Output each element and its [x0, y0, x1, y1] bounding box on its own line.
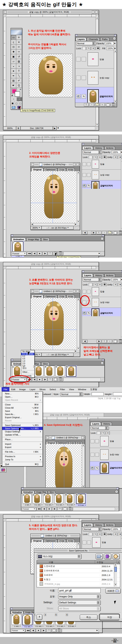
delay-option[interactable]: 2.0 [21, 362, 34, 365]
paint-toggle[interactable]: ✎ [82, 76, 86, 80]
tool-button-type[interactable]: T [16, 68, 22, 74]
visibility-toggle[interactable] [82, 162, 86, 166]
animation-frame[interactable]: 2 °° 0.1 sec. ▾ [22, 614, 33, 628]
window-titlebar[interactable]: 금발 copy @ 300% (금발머리여자, RGB) [3, 10, 98, 14]
unify-visibility-button[interactable]: ❖ [118, 532, 122, 536]
menu-item[interactable]: Output Settings ▸ [2, 430, 42, 433]
tab-actions[interactable]: Actions [104, 146, 115, 150]
tab-slice[interactable]: Slice [41, 362, 50, 366]
zoom-level[interactable]: 300% [4, 126, 16, 130]
height-field[interactable] [113, 392, 122, 396]
animation-frame[interactable]: 4 °° 1 sec. ▾ [44, 366, 55, 379]
tab-2up[interactable]: 2-Up [58, 168, 66, 171]
delay-option[interactable]: 1.0 [21, 360, 34, 362]
tab-animation[interactable]: Animation [11, 611, 24, 614]
tool-button-slice[interactable]: ✂ [16, 44, 22, 50]
animation-frame[interactable]: 2 °° 0.1 sec. ▾ [32, 494, 43, 506]
palette-grip[interactable] [75, 34, 116, 36]
blend-mode-select[interactable]: Normal [83, 278, 102, 282]
menu-item[interactable]: File Info… ⇧⌘K ▸ [2, 450, 42, 454]
lock-all-button[interactable] [102, 156, 106, 159]
menubar-item[interactable]: 도움말 [88, 387, 99, 392]
tool-button-zoom[interactable]: Q [16, 83, 22, 88]
layer-mask-button[interactable]: ○ [102, 231, 107, 234]
close-box-icon[interactable] [46, 436, 49, 439]
tween-button[interactable]: °°° [46, 629, 51, 632]
zoom-box-icon[interactable] [82, 436, 84, 439]
menu-item[interactable]: Place… ▸ [2, 438, 42, 441]
scroll-down-icon[interactable]: ▼ [114, 584, 117, 586]
windowshade-box-icon[interactable] [73, 290, 76, 292]
file-list-scrollbar[interactable]: ▲ ▼ [114, 564, 117, 586]
layer-row-눈썹-copy[interactable]: ✎ 눈썹 copy [90, 448, 122, 462]
menu-item[interactable]: Revert ▸ [2, 419, 42, 422]
menu-item[interactable]: Save ⌘S ▸ [2, 410, 42, 412]
animation-frame[interactable]: 3 °° 0.1 sec. ▾ [43, 494, 54, 506]
menu-item[interactable]: Preview In ▸ [2, 455, 42, 458]
tab-original[interactable]: Original [32, 294, 44, 298]
tool-button-notes[interactable]: ▤ [11, 78, 16, 83]
tab-paths[interactable]: Paths [100, 38, 110, 41]
layer-style-button[interactable]: f. [96, 231, 102, 234]
unify-position-button[interactable]: ✛ [114, 532, 118, 536]
opacity-field[interactable]: 100% [112, 278, 120, 281]
next-frame-button[interactable]: |▶ [96, 340, 102, 343]
tool-button-lasso[interactable]: ς [11, 40, 16, 44]
zoom-select[interactable]: 300%▼ [31, 226, 42, 230]
tween-button[interactable]: °°° [48, 252, 52, 256]
favorites-button[interactable]: ▾ [104, 554, 111, 559]
tool-button-path-select[interactable]: ➤ [11, 68, 16, 74]
lock-position-button[interactable]: ✛ [98, 156, 102, 159]
paint-toggle[interactable]: ✎ [87, 312, 90, 315]
status-menu-icon[interactable]: ▶ [53, 126, 56, 130]
horizontal-scrollbar[interactable]: ◀ [56, 126, 95, 130]
delay-option[interactable]: 0.2 [21, 355, 34, 358]
window-titlebar[interactable]: Untitled-1 @ 300%(Origi··· [30, 162, 80, 166]
tab-history[interactable]: History [94, 523, 104, 526]
zoom-box-icon[interactable] [76, 290, 79, 292]
fill-field[interactable]: 100% [106, 47, 114, 50]
paint-toggle[interactable]: ✎ [95, 453, 99, 456]
tween-button[interactable]: °°° [58, 507, 62, 511]
file-row-2-토마토토이즈[interactable]: 2.토마토토이즈 2004.11.20 [37, 568, 120, 573]
first-frame-button[interactable]: ◀◀ [27, 252, 32, 256]
tab-optimized[interactable]: Optimized [44, 294, 58, 298]
lock-all-button[interactable] [96, 47, 100, 50]
unify-visibility-button[interactable]: ❖ [118, 156, 122, 159]
play-button[interactable]: ▶ [38, 378, 42, 382]
scroll-up-icon[interactable]: ▲ [114, 564, 117, 567]
tab-imagemap[interactable]: Image Map [26, 238, 41, 241]
first-frame-button[interactable]: ◀◀ [26, 629, 30, 632]
lock-image-button[interactable]: ✎ [94, 156, 97, 159]
windowshade-box-icon[interactable] [92, 11, 94, 14]
resize-grip[interactable] [74, 353, 80, 356]
download-time-select[interactable]: -- / -- sec @ 28.8 Kbps▼ [42, 353, 74, 356]
scroll-down-icon[interactable]: ▼ [96, 124, 98, 126]
tab-actions[interactable]: Actions [104, 523, 115, 526]
palette-grip[interactable] [11, 234, 104, 236]
frame-delay-select[interactable]: °° 0.1 sec. ▾ [44, 504, 53, 506]
lock-transparency-button[interactable] [89, 283, 92, 286]
zoom-box-icon[interactable] [76, 163, 79, 166]
frame-delay-select[interactable]: °° 0.1 sec. ▾ [32, 504, 42, 506]
tab-slice[interactable]: Slice [41, 238, 50, 241]
frame-scrollbar[interactable]: ▶ [64, 252, 100, 256]
scroll-up-icon[interactable]: ▲ [114, 50, 116, 52]
tool-button-eyedropper[interactable]: ✐ [16, 78, 22, 83]
help-button[interactable]: ? [36, 614, 42, 620]
jump-button-fragment[interactable] [0, 468, 6, 472]
file-row-7f783006-m-jpg[interactable]: 7f783006_m.jpg 2005.2.4 [37, 582, 120, 586]
tool-button-healing-brush[interactable]: ✚ [11, 50, 16, 54]
vertical-scrollbar[interactable]: ▲▼ [77, 171, 80, 223]
paint-toggle[interactable]: ✎ [95, 466, 99, 470]
file-row-3-피규어[interactable]: 3.피규어 2005.1.9 [37, 573, 120, 578]
style-select[interactable]: Normal [60, 392, 83, 396]
frame-delay-select[interactable]: °° 1 sec. ▾ [12, 625, 21, 628]
next-frame-button[interactable]: |▶ [41, 629, 46, 632]
animation-frame[interactable]: 6 °° 0.5 sec. ▾ [76, 494, 86, 506]
tab-layers[interactable]: Layers [82, 274, 93, 277]
frame-scrollbar[interactable] [73, 507, 115, 511]
next-frame-button[interactable]: |▶ [42, 252, 48, 256]
tab-optimized[interactable]: Optimized [44, 168, 58, 171]
resize-grip[interactable] [74, 226, 80, 230]
